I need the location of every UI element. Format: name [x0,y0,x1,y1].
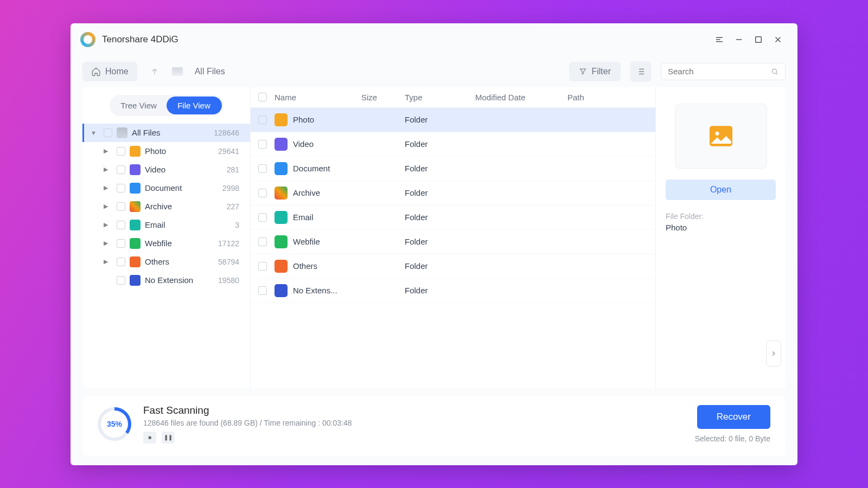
row-checkbox[interactable] [258,115,267,124]
open-button[interactable]: Open [666,179,776,200]
tree-count: 227 [227,202,242,211]
checkbox[interactable] [104,129,112,137]
tree-item[interactable]: ▶Others58794 [82,253,250,271]
category-icon [130,146,141,157]
tree-label: Webfile [145,239,218,248]
checkbox[interactable] [117,165,125,174]
file-type: Folder [405,261,475,271]
preview-thumbnail [675,104,767,169]
checkbox[interactable] [117,276,125,285]
search-box[interactable] [661,63,786,80]
titlebar: Tenorshare 4DDiG [71,23,797,54]
checkbox[interactable] [117,239,125,248]
checkbox[interactable] [117,184,125,192]
minimize-icon[interactable] [729,30,749,49]
list-view-toggle[interactable] [630,61,651,82]
preview-panel: Open File Folder: Photo [655,87,786,388]
table-row[interactable]: VideoFolder [251,132,655,157]
home-button[interactable]: Home [82,62,137,81]
tree-label: Others [145,257,218,266]
expand-icon[interactable]: ▶ [104,258,112,265]
row-checkbox[interactable] [258,140,267,149]
tree-item[interactable]: ▶Webfile17122 [82,234,250,253]
stop-button[interactable]: ■ [143,432,156,444]
expand-icon[interactable]: ▶ [104,184,112,191]
tree-label: Document [145,183,222,192]
file-type-icon [275,162,288,175]
expand-icon[interactable]: ▶ [104,240,112,247]
maximize-icon[interactable] [749,30,768,49]
file-type: Folder [405,115,475,124]
checkbox[interactable] [117,221,125,229]
tree-item[interactable]: ▶Document2998 [82,179,250,197]
expand-icon[interactable]: ▶ [104,147,112,155]
category-icon [130,220,141,230]
tab-file-view[interactable]: File View [167,97,222,114]
tree-label: Photo [145,146,218,156]
file-type-icon [275,187,288,200]
col-name[interactable]: Name [275,93,361,102]
row-checkbox[interactable] [258,286,267,295]
tab-tree-view[interactable]: Tree View [111,97,167,114]
tree-item-all-files[interactable]: ▼ All Files 128646 [82,124,250,142]
category-icon [130,183,141,194]
table-row[interactable]: ArchiveFolder [251,181,655,206]
app-logo-icon [80,32,95,47]
row-checkbox[interactable] [258,262,267,271]
select-all-checkbox[interactable] [258,93,267,101]
breadcrumb[interactable]: All Files [195,67,225,76]
checkbox[interactable] [117,258,125,266]
col-size[interactable]: Size [361,93,405,102]
row-checkbox[interactable] [258,237,267,246]
app-title: Tenorshare 4DDiG [102,34,178,45]
row-checkbox[interactable] [258,164,267,173]
table-row[interactable]: PhotoFolder [251,108,655,132]
expand-preview-button[interactable] [766,341,781,367]
recover-button[interactable]: Recover [697,405,770,429]
expand-icon[interactable]: ▶ [104,166,112,173]
collapse-icon[interactable]: ▼ [91,130,99,136]
file-type: Folder [405,164,475,173]
filter-button[interactable]: Filter [569,62,621,81]
tree-item[interactable]: ▶Archive227 [82,197,250,216]
col-modified[interactable]: Modified Date [475,93,567,102]
file-type: Folder [405,237,475,246]
table-row[interactable]: OthersFolder [251,254,655,279]
menu-icon[interactable] [710,30,729,49]
checkbox[interactable] [117,202,125,211]
tree-label: Archive [145,202,227,211]
table-row[interactable]: DocumentFolder [251,157,655,181]
logo-wrap: Tenorshare 4DDiG [80,32,178,47]
expand-icon[interactable]: ▶ [104,221,112,228]
tree-count: 281 [227,165,242,174]
table-row[interactable]: EmailFolder [251,206,655,230]
tree-item[interactable]: No Extension19580 [82,271,250,290]
row-checkbox[interactable] [258,189,267,197]
tree-count: 58794 [218,258,242,266]
tree-label: No Extension [145,275,218,285]
nav-up-button[interactable] [147,64,162,79]
pause-button[interactable]: ❚❚ [162,432,175,444]
tree-item[interactable]: ▶Email3 [82,216,250,234]
file-type: Folder [405,139,475,149]
file-name: Document [293,164,330,173]
tree-item[interactable]: ▶Video281 [82,160,250,179]
search-input[interactable] [668,67,771,76]
close-icon[interactable] [768,30,788,49]
content: Tree View File View ▼ All Files 128646 ▶… [71,87,797,388]
tree-label: All Files [132,128,214,137]
expand-icon[interactable]: ▶ [104,203,112,210]
checkbox[interactable] [117,147,125,156]
col-type[interactable]: Type [405,93,475,102]
drive-icon [172,67,183,76]
tree-count: 17122 [218,239,242,248]
scan-info: Fast Scanning 128646 files are found (68… [143,404,695,444]
category-icon [130,275,141,286]
col-path[interactable]: Path [567,93,648,102]
table-row[interactable]: No Extens...Folder [251,279,655,303]
tree-item[interactable]: ▶Photo29641 [82,142,250,160]
table-row[interactable]: WebfileFolder [251,230,655,254]
row-checkbox[interactable] [258,213,267,222]
svg-point-3 [715,131,719,135]
category-icon [130,201,141,212]
